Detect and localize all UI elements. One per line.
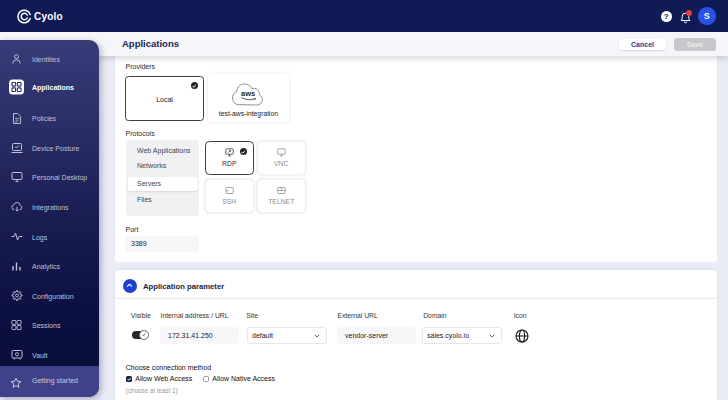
svg-text:aws: aws bbox=[241, 89, 255, 98]
